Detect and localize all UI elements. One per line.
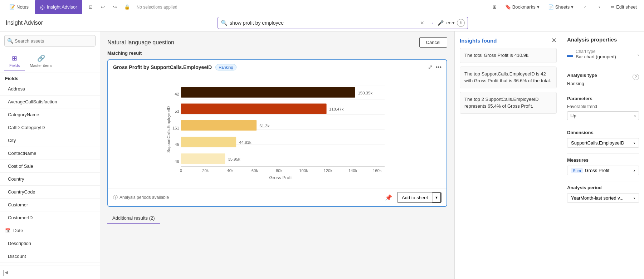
- parameters-section: Parameters Favorable trend Up ›: [567, 96, 639, 120]
- chart-area: SupportCalls.EmployeeID 42 150.35k 53 11…: [108, 74, 447, 189]
- search-assets-icon: 🔍: [7, 38, 13, 44]
- search-assets-input[interactable]: [4, 35, 96, 46]
- master-items-label: Master items: [30, 63, 52, 68]
- cancel-button[interactable]: Cancel: [419, 37, 447, 48]
- svg-text:118.47k: 118.47k: [329, 107, 344, 111]
- sheets-btn[interactable]: 📄 Sheets ▾: [545, 3, 576, 11]
- mic-btn[interactable]: 🎤: [437, 19, 444, 26]
- svg-text:120k: 120k: [323, 168, 332, 173]
- field-label: ContactName: [8, 151, 36, 156]
- list-item[interactable]: Country: [0, 173, 100, 186]
- list-item[interactable]: CountryCode: [0, 186, 100, 199]
- divider: [567, 126, 639, 126]
- svg-rect-20: [181, 153, 225, 164]
- chart-card-header: Gross Profit by SupportCalls.EmployeeID …: [108, 60, 447, 74]
- tab-notes[interactable]: 📝 Notes: [4, 0, 34, 14]
- chart-type-label: Chart type: [576, 49, 616, 54]
- notes-icon: 📝: [9, 4, 15, 10]
- field-label: Date: [13, 228, 23, 233]
- analysis-type-section: Analysis type ? Ranking: [567, 73, 639, 86]
- chart-type-value: Bar chart (grouped): [576, 54, 616, 59]
- insight-item-2: The top SupportCalls.EmployeeID is 42 wi…: [460, 67, 557, 88]
- chart-pin-btn[interactable]: 📌: [383, 192, 394, 203]
- sidebar-nav-master-items[interactable]: 🔗 Master items: [25, 52, 57, 70]
- chart-footer: ⓘ Analysis periods available 📌 Add to sh…: [108, 189, 447, 206]
- list-item[interactable]: AverageCallSatisfaction: [0, 96, 100, 108]
- chart-type-section: ▬ Chart type Bar chart (grouped) ›: [567, 47, 639, 63]
- svg-text:60k: 60k: [252, 168, 258, 173]
- divider: [567, 153, 639, 154]
- list-item[interactable]: ContactName: [0, 147, 100, 160]
- screenshot-btn[interactable]: ⊡: [85, 1, 97, 13]
- list-item[interactable]: CatID-CategoryID: [0, 121, 100, 134]
- list-item[interactable]: 📅Date: [0, 224, 100, 237]
- list-item[interactable]: CategoryName: [0, 108, 100, 121]
- grid-view-btn[interactable]: ⊞: [490, 3, 499, 11]
- expand-chart-btn[interactable]: ⤢: [428, 64, 433, 70]
- additional-results: Additional results (2): [107, 210, 447, 226]
- list-item[interactable]: Discount: [0, 250, 100, 263]
- main-layout: 🔍 ⊞ Fields 🔗 Master items Fields Address…: [0, 31, 644, 279]
- analysis-periods-label: Analysis periods available: [119, 195, 169, 200]
- dimension-pill[interactable]: SupportCalls.EmployeeID ›: [567, 138, 639, 148]
- search-clear-btn[interactable]: ✕: [419, 19, 426, 26]
- favorable-trend-label: Favorable trend: [567, 104, 597, 109]
- chart-type-item[interactable]: ▬ Chart type Bar chart (grouped) ›: [567, 47, 639, 63]
- favorable-trend-select[interactable]: Up ›: [567, 111, 639, 120]
- edit-sheet-btn[interactable]: ✏ Edit sheet: [608, 3, 640, 11]
- insight-item-1: The total Gross Profit is 410.9k.: [460, 48, 557, 63]
- dimensions-section: Dimensions SupportCalls.EmployeeID ›: [567, 130, 639, 148]
- list-item[interactable]: Cost of Sale: [0, 160, 100, 173]
- analysis-period-title: Analysis period: [567, 185, 639, 190]
- chart-header-actions: ⤢ •••: [428, 64, 441, 70]
- help-icon[interactable]: ?: [633, 74, 639, 80]
- redo-btn[interactable]: ↪: [109, 1, 121, 13]
- list-item[interactable]: Description: [0, 237, 100, 250]
- measure-content: Sum Gross Profit: [571, 168, 609, 173]
- add-to-sheet-button[interactable]: Add to sheet: [397, 193, 432, 202]
- insights-close-btn[interactable]: ✕: [551, 36, 557, 44]
- bookmarks-btn[interactable]: 🔖 Bookmarks ▾: [502, 3, 542, 11]
- lang-selector[interactable]: en ▾: [447, 20, 455, 25]
- svg-text:SupportCalls.EmployeeID: SupportCalls.EmployeeID: [166, 106, 171, 153]
- add-to-sheet-btn-wrap: Add to sheet ▾: [397, 192, 441, 203]
- search-box[interactable]: 🔍 ✕ → 🎤 en ▾ ℹ: [218, 17, 468, 29]
- list-item[interactable]: CustomerID: [0, 211, 100, 224]
- analysis-type-value: Ranking: [567, 81, 639, 86]
- insight-label: Insight Advisor: [47, 4, 77, 10]
- svg-text:160k: 160k: [373, 168, 382, 173]
- svg-text:53: 53: [175, 109, 179, 113]
- chart-type-info: Chart type Bar chart (grouped): [576, 49, 616, 61]
- search-arrow-btn[interactable]: →: [428, 19, 435, 26]
- notes-label: Notes: [16, 4, 29, 10]
- list-item[interactable]: Customer: [0, 199, 100, 211]
- parameters-title: Parameters: [567, 96, 639, 101]
- additional-results-tab[interactable]: Additional results (2): [107, 213, 160, 224]
- measure-pill[interactable]: Sum Gross Profit ›: [567, 166, 639, 175]
- sidebar-collapse-btn[interactable]: |◂: [3, 269, 8, 276]
- bar-chart-svg: SupportCalls.EmployeeID 42 150.35k 53 11…: [115, 78, 439, 185]
- sidebar-nav-fields[interactable]: ⊞ Fields: [4, 52, 25, 70]
- field-label: City: [8, 138, 16, 143]
- chart-menu-btn[interactable]: •••: [435, 64, 441, 70]
- nav-back-btn[interactable]: ‹: [579, 1, 591, 13]
- tab-insight-advisor[interactable]: ◎ Insight Advisor: [35, 0, 82, 14]
- insights-panel: Insights found ✕ The total Gross Profit …: [454, 31, 562, 279]
- list-item[interactable]: Address: [0, 83, 100, 96]
- undo-btn[interactable]: ↩: [97, 1, 109, 13]
- lock-btn[interactable]: 🔒: [122, 1, 133, 13]
- dimensions-title: Dimensions: [567, 130, 639, 135]
- svg-rect-17: [181, 137, 236, 147]
- list-item[interactable]: City: [0, 134, 100, 147]
- search-icon: 🔍: [221, 20, 228, 26]
- divider: [567, 92, 639, 92]
- nav-forward-btn[interactable]: ›: [594, 1, 605, 13]
- field-label: CatID-CategoryID: [8, 125, 45, 130]
- search-input[interactable]: [230, 20, 416, 26]
- analysis-period-pill[interactable]: YearMonth-last sorted v... ›: [567, 193, 639, 203]
- right-panel: Analysis properties ▬ Chart type Bar cha…: [562, 31, 644, 279]
- no-selection-label: No selections applied: [134, 5, 180, 10]
- info-btn[interactable]: ℹ: [457, 19, 465, 27]
- lang-chevron-icon: ▾: [452, 20, 455, 25]
- add-to-sheet-dropdown-btn[interactable]: ▾: [432, 192, 441, 202]
